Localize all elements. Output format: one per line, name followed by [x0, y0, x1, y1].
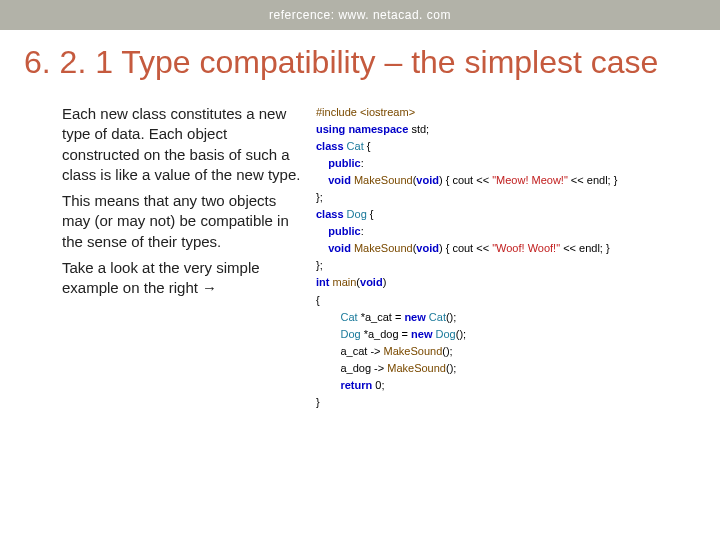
paragraph-3: Take a look at the very simple example o… [62, 258, 302, 299]
code-token: (); [456, 328, 466, 340]
reference-text: refercence: www. netacad. com [269, 8, 451, 22]
code-token: public [328, 225, 360, 237]
code-token: Cat [347, 140, 364, 152]
code-token: void [416, 174, 439, 186]
code-token: class [316, 140, 347, 152]
code-token: Dog [347, 208, 367, 220]
code-token: new [404, 311, 428, 323]
code-token: }; [316, 191, 323, 203]
code-token: int [316, 276, 333, 288]
code-token: "Meow! Meow!" [492, 174, 568, 186]
code-token: void [360, 276, 383, 288]
code-token: using namespace [316, 123, 411, 135]
code-token: ) { [439, 174, 452, 186]
content-row: Each new class constitutes a new type of… [62, 104, 696, 411]
code-token: void [416, 242, 439, 254]
code-token: }; [316, 259, 323, 271]
code-token: ; } [608, 174, 618, 186]
code-token: MakeSound [354, 242, 413, 254]
code-token: ; [426, 123, 429, 135]
code-token: (); [442, 345, 452, 357]
top-bar: refercence: www. netacad. com [0, 0, 720, 30]
code-token: ) [383, 276, 387, 288]
body-text: Each new class constitutes a new type of… [62, 104, 302, 411]
page-title: 6. 2. 1 Type compatibility – the simples… [24, 42, 696, 82]
code-token: class [316, 208, 347, 220]
code-token: new [411, 328, 435, 340]
code-token: { [316, 294, 320, 306]
code-token: << [568, 174, 587, 186]
code-token: a_cat -> [340, 345, 383, 357]
code-token: << [560, 242, 579, 254]
code-token: #include [316, 106, 360, 118]
code-token: { [367, 208, 374, 220]
code-token: Cat [429, 311, 446, 323]
code-token: (); [446, 311, 456, 323]
paragraph-1: Each new class constitutes a new type of… [62, 104, 302, 185]
code-token: ; } [600, 242, 610, 254]
paragraph-2: This means that any two objects may (or … [62, 191, 302, 252]
code-token: public [328, 157, 360, 169]
code-token: MakeSound [387, 362, 446, 374]
code-token: << [473, 242, 492, 254]
code-token: Dog [340, 328, 360, 340]
code-token: ; [381, 379, 384, 391]
code-token: a_dog -> [340, 362, 387, 374]
code-token: : [361, 157, 364, 169]
code-token: << [473, 174, 492, 186]
code-block: #include <iostream> using namespace std;… [316, 104, 696, 411]
code-token: void [328, 174, 354, 186]
code-token: (); [446, 362, 456, 374]
code-token: endl [587, 174, 608, 186]
code-token: *a_cat = [358, 311, 405, 323]
code-token: cout [452, 174, 473, 186]
code-token: ) { [439, 242, 452, 254]
code-token: main [333, 276, 357, 288]
code-token: { [364, 140, 371, 152]
code-token: MakeSound [384, 345, 443, 357]
code-token: Cat [340, 311, 357, 323]
code-token: endl [579, 242, 600, 254]
code-token: return [340, 379, 375, 391]
code-token: MakeSound [354, 174, 413, 186]
code-token: cout [452, 242, 473, 254]
code-token: void [328, 242, 354, 254]
code-token: <iostream> [360, 106, 415, 118]
code-token: Dog [436, 328, 456, 340]
code-token: "Woof! Woof!" [492, 242, 560, 254]
code-token: *a_dog = [361, 328, 411, 340]
code-token: } [316, 396, 320, 408]
code-token: std [411, 123, 426, 135]
code-token: : [361, 225, 364, 237]
